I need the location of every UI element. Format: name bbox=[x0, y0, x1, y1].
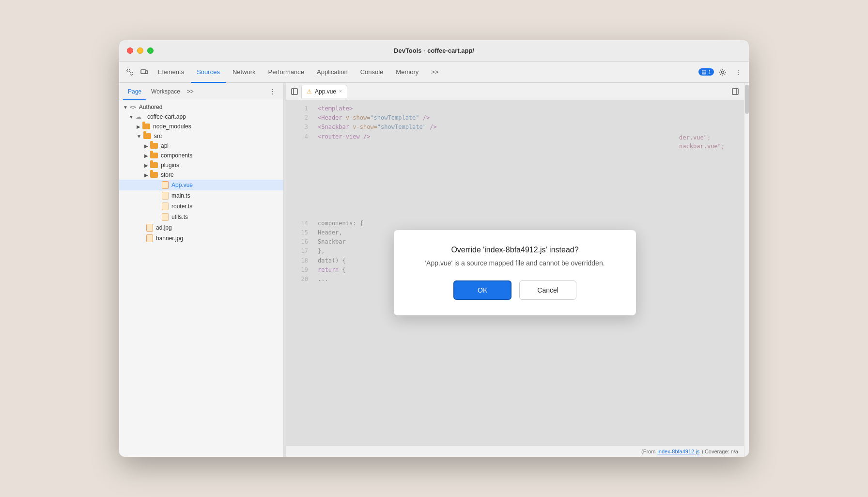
right-scrollbar[interactable] bbox=[744, 83, 749, 457]
authored-label: Authored bbox=[139, 104, 163, 110]
editor-tabs: ⚠ App.vue × bbox=[286, 83, 744, 100]
folder-icon bbox=[142, 124, 150, 129]
scrollbar-thumb bbox=[745, 85, 749, 114]
code-icon: <> bbox=[130, 104, 136, 110]
close-tab-button[interactable]: × bbox=[339, 89, 342, 94]
status-bar: (From index-8bfa4912.js ) Coverage: n/a bbox=[286, 445, 744, 457]
more-options-icon[interactable]: ⋮ bbox=[731, 65, 745, 79]
file-label: utils.ts bbox=[171, 214, 188, 220]
titlebar: DevTools - coffee-cart.app/ bbox=[119, 40, 749, 62]
folder-icon bbox=[150, 172, 158, 178]
authored-arrow: ▼ bbox=[123, 105, 128, 110]
ok-button[interactable]: OK bbox=[453, 280, 512, 300]
list-item[interactable]: ▼ src bbox=[119, 131, 283, 141]
main-content: Page Workspace >> ⋮ ▼ <> Authored bbox=[119, 83, 749, 457]
dialog-title: Override 'index-8bfa4912.js' instead? bbox=[413, 246, 617, 254]
file-icon bbox=[162, 213, 169, 221]
panel-actions: ⋮ bbox=[266, 85, 279, 98]
minimize-button[interactable] bbox=[137, 47, 143, 54]
status-suffix: ) Coverage: n/a bbox=[701, 449, 738, 454]
editor-file-tab-appvue[interactable]: ⚠ App.vue × bbox=[301, 85, 347, 98]
list-item[interactable]: utils.ts bbox=[119, 212, 283, 222]
file-label: main.ts bbox=[171, 192, 190, 199]
editor-tabs-right bbox=[728, 85, 742, 98]
tab-elements[interactable]: Elements bbox=[152, 62, 190, 83]
authored-section[interactable]: ▼ <> Authored bbox=[119, 102, 283, 112]
file-icon bbox=[162, 181, 169, 189]
dialog-overlay: Override 'index-8bfa4912.js' instead? 'A… bbox=[286, 100, 744, 445]
main-toolbar: Elements Sources Network Performance App… bbox=[119, 62, 749, 83]
file-label: App.vue bbox=[171, 182, 193, 188]
folder-label: src bbox=[154, 133, 162, 140]
svg-rect-1 bbox=[130, 73, 133, 75]
tab-sources[interactable]: Sources bbox=[191, 62, 226, 83]
folder-arrow: ▼ bbox=[137, 134, 141, 139]
tab-application[interactable]: Application bbox=[311, 62, 354, 83]
folder-label: store bbox=[161, 171, 174, 178]
svg-rect-5 bbox=[292, 89, 297, 94]
folder-arrow: ▶ bbox=[144, 153, 148, 158]
left-panel: Page Workspace >> ⋮ ▼ <> Authored bbox=[119, 83, 284, 457]
tab-performance[interactable]: Performance bbox=[263, 62, 310, 83]
panel-more-button[interactable]: >> bbox=[187, 88, 194, 95]
folder-icon bbox=[143, 133, 151, 139]
root-label: coffee-cart.app bbox=[147, 113, 186, 120]
override-dialog: Override 'index-8bfa4912.js' instead? 'A… bbox=[394, 230, 636, 315]
devtools-window: DevTools - coffee-cart.app/ Elements Sou… bbox=[119, 40, 749, 457]
maximize-button[interactable] bbox=[147, 47, 154, 54]
file-icon bbox=[162, 192, 169, 200]
toolbar-right: ▤ 1 ⋮ bbox=[698, 65, 745, 79]
cancel-button[interactable]: Cancel bbox=[519, 280, 576, 300]
tree-root-item[interactable]: ▼ ☁ coffee-cart.app bbox=[119, 112, 283, 122]
cloud-icon: ☁ bbox=[136, 113, 144, 120]
editor-panel: ⚠ App.vue × bbox=[286, 83, 744, 457]
folder-label: api bbox=[161, 142, 169, 149]
file-icon bbox=[146, 224, 153, 232]
folder-label: components bbox=[161, 152, 192, 159]
svg-point-4 bbox=[722, 71, 724, 73]
panel-tabs: Page Workspace >> ⋮ bbox=[119, 83, 283, 100]
toggle-sources-panel-icon[interactable] bbox=[728, 85, 742, 98]
list-item[interactable]: router.ts bbox=[119, 201, 283, 212]
list-item[interactable]: ▶ node_modules bbox=[119, 122, 283, 131]
folder-icon bbox=[150, 162, 158, 168]
panel-action-icon[interactable]: ⋮ bbox=[266, 85, 279, 98]
device-toggle-icon[interactable] bbox=[138, 65, 151, 79]
file-icon bbox=[146, 234, 153, 242]
root-arrow: ▼ bbox=[129, 114, 134, 120]
list-item[interactable]: ad.jpg bbox=[119, 222, 283, 233]
tab-page[interactable]: Page bbox=[123, 83, 146, 100]
svg-rect-0 bbox=[127, 69, 129, 72]
folder-arrow: ▶ bbox=[144, 143, 148, 149]
sidebar-toggle-icon[interactable] bbox=[288, 85, 301, 98]
inspect-icon[interactable] bbox=[123, 65, 137, 79]
list-item[interactable]: main.ts bbox=[119, 190, 283, 201]
list-item[interactable]: ▶ plugins bbox=[119, 160, 283, 170]
console-badge[interactable]: ▤ 1 bbox=[698, 68, 714, 76]
list-item[interactable]: banner.jpg bbox=[119, 233, 283, 244]
console-count: 1 bbox=[708, 69, 711, 75]
folder-label: node_modules bbox=[153, 123, 191, 130]
list-item[interactable]: App.vue bbox=[119, 180, 283, 190]
window-title: DevTools - coffee-cart.app/ bbox=[394, 47, 474, 54]
warning-icon: ⚠ bbox=[307, 88, 312, 95]
folder-icon bbox=[150, 143, 158, 149]
tab-memory[interactable]: Memory bbox=[390, 62, 424, 83]
settings-icon[interactable] bbox=[716, 65, 729, 79]
list-item[interactable]: ▶ api bbox=[119, 141, 283, 151]
dialog-subtitle: 'App.vue' is a source mapped file and ca… bbox=[413, 259, 617, 267]
svg-rect-2 bbox=[141, 70, 146, 74]
traffic-lights bbox=[127, 47, 154, 54]
tab-workspace[interactable]: Workspace bbox=[146, 83, 185, 100]
tab-console[interactable]: Console bbox=[355, 62, 389, 83]
file-label: banner.jpg bbox=[156, 235, 183, 242]
dialog-buttons: OK Cancel bbox=[413, 280, 617, 300]
tab-network[interactable]: Network bbox=[227, 62, 262, 83]
file-tab-label: App.vue bbox=[315, 88, 336, 95]
list-item[interactable]: ▶ store bbox=[119, 170, 283, 180]
status-link[interactable]: index-8bfa4912.js bbox=[657, 449, 699, 454]
file-icon bbox=[162, 202, 169, 210]
close-button[interactable] bbox=[127, 47, 133, 54]
more-tabs-button[interactable]: >> bbox=[425, 62, 444, 83]
list-item[interactable]: ▶ components bbox=[119, 151, 283, 160]
